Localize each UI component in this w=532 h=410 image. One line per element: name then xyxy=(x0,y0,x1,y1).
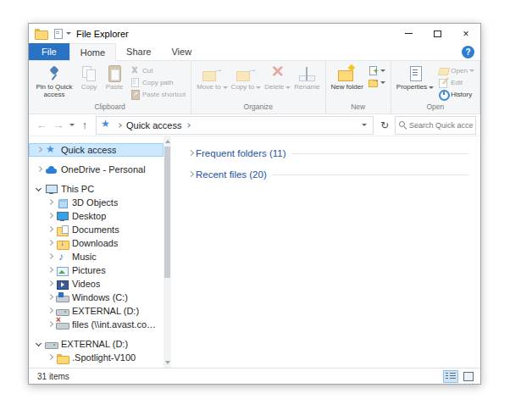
group-collapse-chevron-icon[interactable] xyxy=(186,170,195,179)
file-explorer-window: File Explorer × File Home Share View ? P… xyxy=(28,23,481,385)
tree-expand-chevron-icon[interactable] xyxy=(35,165,43,174)
content-group-header[interactable]: Frequent folders (11) xyxy=(186,148,468,158)
maximize-icon xyxy=(434,30,441,37)
new-folder-button[interactable]: New folder xyxy=(330,63,365,101)
pin-label: Pin to Quick access xyxy=(34,83,75,98)
tree-expand-chevron-icon[interactable] xyxy=(46,280,54,288)
status-bar: 31 items xyxy=(29,368,480,384)
search-box xyxy=(395,116,476,135)
windows-drive-icon xyxy=(56,292,69,303)
chevron-down-icon xyxy=(256,86,261,89)
sidebar-tree-item[interactable]: .Spotlight-V100 xyxy=(29,351,163,364)
tree-item-label: Pictures xyxy=(72,265,106,275)
sidebar-tree-item[interactable]: Pictures xyxy=(29,263,163,277)
minimize-button[interactable] xyxy=(394,24,423,43)
close-button[interactable]: × xyxy=(452,24,480,43)
ribbon-group-select: Select all Select none Invert selection … xyxy=(479,61,480,114)
maximize-button[interactable] xyxy=(423,24,452,43)
scroll-down-icon[interactable] xyxy=(165,361,170,364)
tree-item-label: EXTERNAL (D:) xyxy=(61,339,128,349)
tree-expand-chevron-icon[interactable] xyxy=(46,198,54,207)
history-button[interactable]: History xyxy=(435,88,476,100)
history-icon xyxy=(437,89,449,99)
sidebar-tree-item[interactable]: files (\\int.avast.com) (W:) xyxy=(29,318,163,331)
tree-item-label: Windows (C:) xyxy=(72,292,128,302)
content-group-header[interactable]: Recent files (20) xyxy=(186,169,468,180)
tree-expand-chevron-icon[interactable] xyxy=(46,293,54,302)
address-dropdown-button[interactable] xyxy=(357,117,371,134)
tree-expand-chevron-icon[interactable] xyxy=(35,340,43,348)
tree-expand-chevron-icon[interactable] xyxy=(35,146,43,154)
sidebar-tree-item[interactable]: Windows (C:) xyxy=(29,291,163,304)
tree-item-label: EXTERNAL (D:) xyxy=(72,306,139,316)
ribbon-group-open: Properties Open Edit History xyxy=(391,61,479,114)
properties-button[interactable]: Properties xyxy=(395,63,435,101)
breadcrumb-chevron-icon[interactable] xyxy=(116,122,123,129)
up-button[interactable]: ↑ xyxy=(76,116,93,135)
group-collapse-chevron-icon[interactable] xyxy=(186,149,195,158)
back-button[interactable]: ← xyxy=(33,116,50,135)
title-bar[interactable]: File Explorer × xyxy=(29,24,480,43)
tab-share[interactable]: Share xyxy=(116,43,161,60)
easy-access-button[interactable] xyxy=(365,76,387,88)
tab-view[interactable]: View xyxy=(161,43,202,60)
chevron-down-icon xyxy=(362,124,367,126)
sidebar-tree-item[interactable]: EXTERNAL (D:) xyxy=(29,337,163,351)
forward-button[interactable]: → xyxy=(50,116,67,135)
rename-button[interactable]: Rename xyxy=(292,63,321,101)
pin-to-quick-access-button[interactable]: Pin to Quick access xyxy=(32,63,76,101)
qat-customize-dropdown[interactable] xyxy=(66,32,71,35)
sidebar-tree-item[interactable]: 3D Objects xyxy=(29,196,163,209)
sidebar-tree-item[interactable]: Downloads xyxy=(29,236,163,250)
details-view-button[interactable] xyxy=(443,370,458,383)
qat-properties-button[interactable] xyxy=(52,27,64,40)
desktop-icon xyxy=(56,211,69,222)
tree-expand-chevron-icon[interactable] xyxy=(46,320,54,329)
cut-button[interactable]: Cut xyxy=(127,64,187,76)
thumbnails-view-button[interactable] xyxy=(460,370,475,383)
tree-expand-chevron-icon[interactable] xyxy=(46,212,54,220)
chevron-down-icon xyxy=(223,86,228,89)
sidebar-tree-item[interactable]: Desktop xyxy=(29,209,163,223)
sidebar-scrollbar[interactable] xyxy=(163,136,171,368)
copy-to-button[interactable]: Copy to xyxy=(230,63,263,101)
tree-expand-chevron-icon[interactable] xyxy=(35,185,43,193)
sidebar-tree-item[interactable]: EXTERNAL (D:) xyxy=(29,304,163,318)
sidebar-tree-item[interactable]: OneDrive - Personal xyxy=(29,163,163,176)
folder-icon xyxy=(56,352,69,363)
sidebar-tree-item[interactable]: Quick access xyxy=(29,143,163,157)
breadcrumb-quick-access[interactable]: Quick access xyxy=(123,120,185,130)
tab-file[interactable]: File xyxy=(29,43,69,60)
tree-expand-chevron-icon[interactable] xyxy=(46,252,54,261)
copy-button[interactable]: Copy xyxy=(76,63,102,101)
address-bar[interactable]: Quick access xyxy=(96,116,374,135)
copy-path-button[interactable]: Copy path xyxy=(127,76,187,88)
scrollbar-thumb[interactable] xyxy=(164,147,170,278)
tree-expand-chevron-icon[interactable] xyxy=(46,239,54,247)
refresh-button[interactable]: ↻ xyxy=(376,116,393,135)
scroll-up-icon[interactable] xyxy=(165,140,170,143)
edit-button[interactable]: Edit xyxy=(435,76,476,88)
tree-expand-chevron-icon[interactable] xyxy=(46,307,54,315)
search-input[interactable] xyxy=(409,121,473,130)
new-item-icon xyxy=(367,65,379,75)
details-view-icon xyxy=(446,372,456,380)
new-item-button[interactable] xyxy=(365,64,387,76)
move-to-button[interactable]: Move to xyxy=(195,63,229,101)
paste-shortcut-button[interactable]: Paste shortcut xyxy=(127,88,187,100)
tab-home[interactable]: Home xyxy=(69,43,116,61)
delete-button[interactable]: Delete xyxy=(263,63,292,101)
open-button[interactable]: Open xyxy=(435,64,476,76)
tree-item-label: 3D Objects xyxy=(72,197,118,208)
sidebar-tree-item[interactable]: Videos xyxy=(29,277,163,291)
recent-locations-dropdown[interactable] xyxy=(67,116,76,135)
sidebar-tree-item[interactable]: Music xyxy=(29,250,163,263)
paste-button[interactable]: Paste xyxy=(102,63,127,101)
sidebar-tree-item[interactable]: This PC xyxy=(29,182,163,196)
tree-expand-chevron-icon[interactable] xyxy=(46,353,54,362)
tree-expand-chevron-icon[interactable] xyxy=(46,225,54,234)
breadcrumb-chevron-icon[interactable] xyxy=(185,122,191,129)
sidebar-tree-item[interactable]: Documents xyxy=(29,223,163,236)
tree-expand-chevron-icon[interactable] xyxy=(46,266,54,274)
help-button[interactable]: ? xyxy=(462,46,474,58)
